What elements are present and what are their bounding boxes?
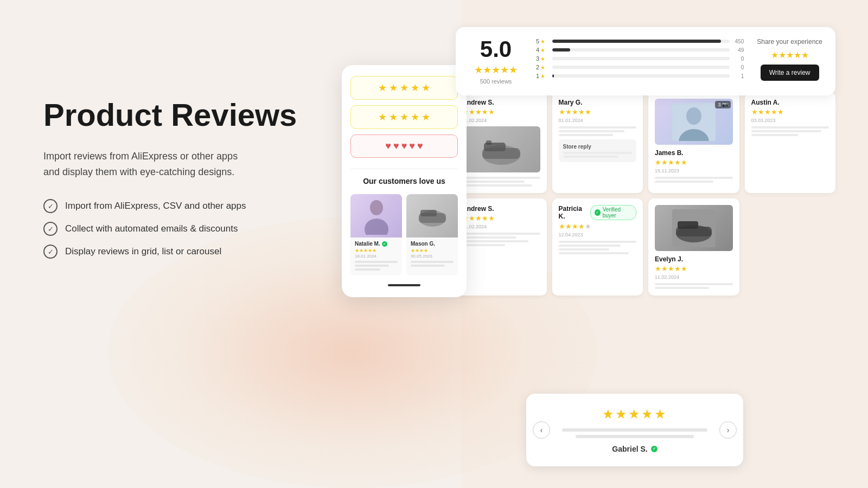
page-title: Product Reviews xyxy=(43,98,326,132)
review-date: 11.02.2024 xyxy=(462,118,540,123)
prev-arrow[interactable]: ‹ xyxy=(533,421,550,439)
svg-point-0 xyxy=(370,200,383,215)
bar-row-4: 4★ 49 xyxy=(536,47,744,53)
big-rating: 5.0 ★★★★★ 500 reviews xyxy=(469,38,523,85)
bar-row-5: 5★ 450 xyxy=(536,38,744,44)
check-icon: ✓ xyxy=(43,222,58,236)
review-content xyxy=(462,177,540,187)
heart-icon: ♥ xyxy=(401,140,407,152)
carousel-content xyxy=(544,428,726,438)
carousel-stars: ★★★★★ xyxy=(602,407,667,422)
svg-rect-15 xyxy=(678,221,698,229)
store-reply-label: Store reply xyxy=(563,144,633,150)
svg-point-10 xyxy=(686,107,701,125)
review-content-lines xyxy=(355,261,398,271)
list-item: ✓ Display reviews in grid, list or carou… xyxy=(43,245,326,259)
bar-track xyxy=(552,57,730,60)
reviewer-name: Mason G. xyxy=(411,241,454,247)
heart-icon: ♥ xyxy=(409,140,415,152)
review-date: 12.04.2023 xyxy=(559,232,637,237)
review-content-lines xyxy=(411,261,454,267)
check-icon: ✓ xyxy=(43,199,58,213)
star-icon: ★ xyxy=(422,111,430,123)
reviewer-name: Andrew S. xyxy=(462,205,540,213)
rating-bars: 5★ 450 4★ 49 3★ 0 2★ 0 xyxy=(536,38,744,79)
star-icon: ★ xyxy=(378,82,387,94)
verified-badge: ✓ Verified buyer xyxy=(590,205,636,220)
review-stars: ★★★★★ xyxy=(462,214,540,222)
verified-icon: ✓ xyxy=(595,209,601,216)
bar-track xyxy=(552,74,730,78)
carousel-reviewer-name: Gabriel S. xyxy=(612,445,647,453)
rating-score: 5.0 xyxy=(480,38,512,61)
store-reply-box: Store reply xyxy=(559,139,637,162)
review-card-mary: Mary G. ★★★★★ 01.01.2024 Store reply xyxy=(552,92,643,193)
review-stars: ★★★★★ xyxy=(751,108,829,116)
review-card-evelyn: Evelyn J. ★★★★★ 11.02.2024 xyxy=(648,198,739,296)
left-panel: Product Reviews Import reviews from AliE… xyxy=(43,98,326,259)
bar-track xyxy=(552,66,730,69)
review-info: Mason G. ★★★★ 30.05.2023 xyxy=(406,237,458,272)
review-stars: ★★★★★ xyxy=(355,248,398,253)
rating-summary-panel: 5.0 ★★★★★ 500 reviews 5★ 450 4★ 49 3★ xyxy=(456,27,835,95)
reviews-count: 500 reviews xyxy=(480,78,512,85)
write-review-button[interactable]: Write a review xyxy=(761,65,819,81)
review-image xyxy=(655,205,733,251)
bar-track xyxy=(552,40,730,43)
reviewer-name: Andrew S. xyxy=(462,99,540,106)
review-date: 15.11.2023 xyxy=(655,168,733,174)
next-arrow[interactable]: › xyxy=(719,421,737,439)
feature-3-label: Display reviews in grid, list or carouse… xyxy=(65,246,221,257)
review-date: 18.01.2024 xyxy=(355,254,398,259)
svg-point-1 xyxy=(365,219,388,235)
check-icon: ✓ xyxy=(43,245,58,259)
share-stars: ★★★★★ xyxy=(771,50,809,60)
photo-count-badge: 3 📷 xyxy=(715,101,730,108)
bar-track xyxy=(552,48,730,52)
bar-fill xyxy=(552,74,554,78)
review-card-patricia: Patricia K. ✓ Verified buyer ★★★★★ 12.04… xyxy=(552,198,643,296)
star-icon: ★ xyxy=(389,111,398,123)
feature-2-label: Collect with automated emails & discount… xyxy=(65,223,238,234)
phone-review-card-2: Mason G. ★★★★ 30.05.2023 xyxy=(406,194,458,275)
star-icon: ★ xyxy=(400,111,409,123)
review-stars: ★★★★★ xyxy=(559,222,637,230)
star-icon: ★ xyxy=(389,82,398,94)
review-stars: ★★★★ xyxy=(411,248,454,253)
rating-row-hearts: ♥ ♥ ♥ ♥ ♥ xyxy=(350,134,458,158)
review-card-andrew1: Andrew S. ★★★★★ 11.02.2024 xyxy=(456,92,547,193)
star-icon: ★ xyxy=(378,111,387,123)
review-content xyxy=(751,126,829,136)
svg-rect-4 xyxy=(420,210,437,216)
carousel-reviewer: Gabriel S. ✓ xyxy=(612,445,657,453)
subtitle-line2: and display them with eye-catching desig… xyxy=(43,166,234,177)
svg-rect-8 xyxy=(486,140,492,145)
phone-mockup: ★ ★ ★ ★ ★ ★ ★ ★ ★ ★ ♥ ♥ ♥ ♥ ♥ Our custom… xyxy=(342,65,467,297)
phone-section-title: Our customers love us xyxy=(350,177,458,185)
rating-summary-inner: 5.0 ★★★★★ 500 reviews 5★ 450 4★ 49 3★ xyxy=(469,38,822,85)
share-section: Share your experience ★★★★★ Write a revi… xyxy=(757,38,822,81)
feature-1-label: Import from AliExpress, CSV and other ap… xyxy=(65,201,246,211)
review-image xyxy=(406,194,458,237)
star-icon: ★ xyxy=(422,82,430,94)
heart-icon: ♥ xyxy=(417,140,423,152)
review-stars: ★★★★★ xyxy=(655,265,733,273)
heart-icon: ♥ xyxy=(393,140,399,152)
phone-home-indicator xyxy=(388,284,420,286)
review-card-andrew2: Andrew S. ★★★★★ 11.02.2024 xyxy=(456,198,547,296)
review-image xyxy=(462,126,540,172)
rating-row-1: ★ ★ ★ ★ ★ xyxy=(350,76,458,100)
review-date: 01.01.2024 xyxy=(559,118,637,123)
star-icon: ★ xyxy=(411,82,419,94)
list-item: ✓ Import from AliExpress, CSV and other … xyxy=(43,199,326,213)
bar-row-3: 3★ 0 xyxy=(536,55,744,62)
bar-row-1: 1★ 1 xyxy=(536,73,744,79)
review-card-austin: Austin A. ★★★★★ 03.03.2023 xyxy=(745,92,836,193)
bar-row-2: 2★ 0 xyxy=(536,64,744,70)
star-icon: ★ xyxy=(400,82,409,94)
reviewer-name: Austin A. xyxy=(751,99,829,106)
verified-icon: ✓ xyxy=(651,446,658,452)
bar-fill xyxy=(552,40,721,43)
carousel-card: ★★★★★ Gabriel S. ✓ ‹ › xyxy=(526,394,743,466)
reviewer-name: Evelyn J. xyxy=(655,255,733,263)
